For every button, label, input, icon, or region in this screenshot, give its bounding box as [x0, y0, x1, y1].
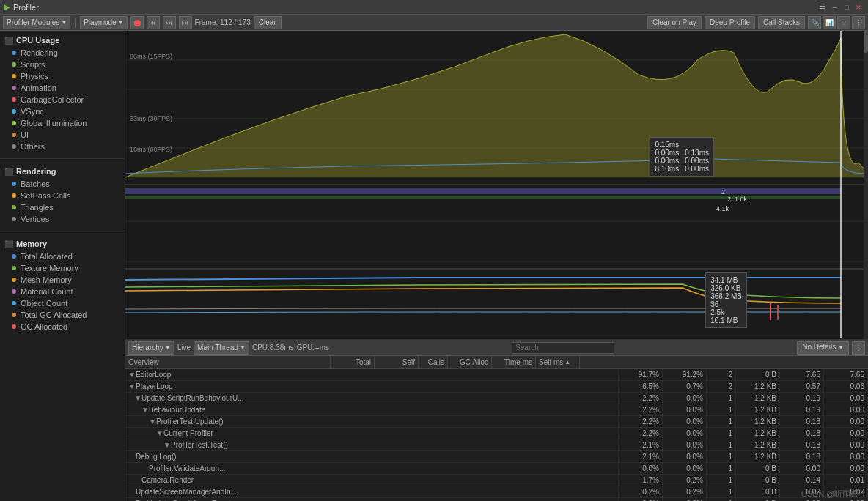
- sidebar-item-vsync[interactable]: VSync: [0, 105, 125, 117]
- chart-scrollbar[interactable]: [864, 31, 868, 339]
- sidebar-item-gc-allocated[interactable]: GC Allocated: [0, 321, 125, 333]
- clear-on-play-button[interactable]: Clear on Play: [647, 16, 702, 29]
- close-btn[interactable]: ✕: [853, 2, 864, 12]
- sidebar-item-rendering[interactable]: Rendering: [0, 47, 125, 59]
- table-row[interactable]: PreUpdate.SendMouseEvent... 0.3% 0.3% 1 …: [125, 498, 868, 501]
- restore-btn[interactable]: □: [842, 2, 852, 12]
- sidebar-item-garbagecollector[interactable]: GarbageCollector: [0, 94, 125, 105]
- cell-total: 91.7%: [619, 369, 663, 380]
- table-row[interactable]: Profiler.ValidateArgun... 0.0% 0.0% 1 0 …: [125, 463, 868, 475]
- sidebar-item-animation[interactable]: Animation: [0, 82, 125, 94]
- stats-icon[interactable]: 📊: [823, 16, 836, 29]
- sidebar-item-batches[interactable]: Batches: [0, 178, 125, 190]
- cell-self-ms: 0.00: [824, 416, 868, 427]
- cell-gc: 0 B: [736, 369, 780, 380]
- last-frame-button[interactable]: ⏭: [179, 16, 192, 29]
- cell-name: ▼Update.ScriptRunBehaviourU...: [125, 393, 619, 404]
- cell-self-ms: 0.00: [824, 451, 868, 462]
- expand-arrow[interactable]: ▼: [128, 382, 136, 390]
- cell-gc: 1.2 KB: [736, 416, 780, 427]
- table-row[interactable]: ▼Update.ScriptRunBehaviourU... 2.2% 0.0%…: [125, 393, 868, 404]
- table-row[interactable]: Camera.Render 1.7% 0.2% 1 0 B 0.14 0.01: [125, 475, 868, 486]
- no-details-dropdown[interactable]: No Details ▼: [797, 341, 849, 355]
- table-row[interactable]: ▼ProfilerTest.Test() 2.1% 0.0% 1 1.2 KB …: [125, 439, 868, 451]
- cpu-icon: ⬛: [4, 37, 13, 45]
- cell-time: 0.18: [780, 416, 824, 427]
- rendering-header[interactable]: ⬛ Rendering: [0, 165, 125, 178]
- playmode-dropdown[interactable]: Playmode ▼: [80, 16, 127, 29]
- help-icon[interactable]: ?: [837, 16, 850, 29]
- sidebar-item-object-count[interactable]: Object Count: [0, 297, 125, 309]
- thread-dropdown[interactable]: Main Thread ▼: [194, 341, 249, 355]
- sidebar-item-others[interactable]: Others: [0, 141, 125, 152]
- table-row[interactable]: ▼EditorLoop 91.7% 91.2% 2 0 B 7.65 7.65: [125, 369, 868, 381]
- memory-items: Total AllocatedTexture MemoryMesh Memory…: [0, 250, 125, 333]
- clear-button[interactable]: Clear: [254, 16, 282, 29]
- menu-icon[interactable]: ☰: [819, 2, 825, 12]
- bottom-toolbar: Hierarchy ▼ Live Main Thread ▼ CPU:8.38m…: [125, 340, 868, 356]
- cell-gc: 1.2 KB: [736, 428, 780, 439]
- attach-icon[interactable]: 📎: [808, 16, 821, 29]
- profiler-modules-dropdown[interactable]: Profiler Modules ▼: [3, 16, 70, 29]
- col-self[interactable]: Self: [375, 356, 419, 368]
- expand-arrow[interactable]: ▼: [128, 371, 136, 379]
- dot-icon: [12, 254, 16, 259]
- chart-scrollbar-thumb[interactable]: [864, 31, 868, 53]
- memory-header[interactable]: ⬛ Memory: [0, 237, 125, 250]
- sidebar-item-setpass-calls[interactable]: SetPass Calls: [0, 190, 125, 201]
- dot-icon: [12, 97, 16, 102]
- cpu-header[interactable]: ⬛ CPU Usage: [0, 34, 125, 47]
- sidebar-item-total-allocated[interactable]: Total Allocated: [0, 250, 125, 262]
- cell-calls: 1: [707, 498, 736, 501]
- col-overview[interactable]: Overview: [125, 356, 331, 368]
- sidebar-item-total-gc-allocated[interactable]: Total GC Allocated: [0, 309, 125, 321]
- cell-total: 2.2%: [619, 428, 663, 439]
- col-gc-alloc[interactable]: GC Alloc: [448, 356, 492, 368]
- deep-profile-button[interactable]: Deep Profile: [705, 16, 755, 29]
- expand-arrow[interactable]: ▼: [141, 406, 149, 414]
- table-row[interactable]: Debug.Log() 2.1% 0.0% 1 1.2 KB 0.18 0.00: [125, 451, 868, 463]
- table-row[interactable]: ▼PlayerLoop 6.5% 0.7% 2 1.2 KB 0.57 0.06: [125, 381, 868, 393]
- rendering-label-4-1k: 4.1k: [716, 205, 729, 212]
- table-row[interactable]: UpdateScreenManagerAndIn... 0.2% 0.2% 1 …: [125, 486, 868, 498]
- col-calls[interactable]: Calls: [419, 356, 448, 368]
- sidebar-item-scripts[interactable]: Scripts: [0, 59, 125, 70]
- expand-arrow[interactable]: ▼: [149, 417, 156, 426]
- hierarchy-dropdown[interactable]: Hierarchy ▼: [128, 341, 174, 355]
- record-button[interactable]: ⏺: [130, 16, 144, 29]
- sidebar-item-texture-memory[interactable]: Texture Memory: [0, 262, 125, 274]
- expand-arrow[interactable]: ▼: [134, 394, 141, 402]
- sidebar-item-vertices[interactable]: Vertices: [0, 213, 125, 225]
- col-self-ms[interactable]: Self ms ▲: [536, 356, 580, 368]
- titlebar-title: Profiler: [13, 3, 819, 12]
- step-back-button[interactable]: ⏮: [147, 16, 160, 29]
- cell-name: UpdateScreenManagerAndIn...: [125, 486, 619, 497]
- cell-self: 0.3%: [663, 498, 707, 501]
- sidebar-item-physics[interactable]: Physics: [0, 70, 125, 82]
- cell-calls: 2: [707, 381, 736, 392]
- table-row[interactable]: ▼Current Profiler 2.2% 0.0% 1 1.2 KB 0.1…: [125, 428, 868, 439]
- cell-total: 0.0%: [619, 463, 663, 474]
- cell-name: ▼PlayerLoop: [125, 381, 619, 392]
- cell-time: 7.65: [780, 369, 824, 380]
- col-total[interactable]: Total: [331, 356, 375, 368]
- more-options-icon[interactable]: ⋮: [852, 341, 865, 355]
- sidebar-item-global-illumination[interactable]: Global Illumination: [0, 117, 125, 129]
- table-row[interactable]: ▼BehaviourUpdate 2.2% 0.0% 1 1.2 KB 0.19…: [125, 404, 868, 416]
- table-row[interactable]: ▼ProfilerTest.Update() 2.2% 0.0% 1 1.2 K…: [125, 416, 868, 428]
- col-time-ms[interactable]: Time ms: [492, 356, 536, 368]
- call-stacks-button[interactable]: Call Stacks: [758, 16, 805, 29]
- dot-icon: [12, 121, 16, 125]
- rendering-items: BatchesSetPass CallsTrianglesVertices: [0, 178, 125, 225]
- search-input[interactable]: [512, 342, 614, 354]
- sidebar-item-mesh-memory[interactable]: Mesh Memory: [0, 274, 125, 286]
- expand-arrow[interactable]: ▼: [163, 441, 171, 449]
- step-forward-button[interactable]: ⏭: [163, 16, 176, 29]
- minimize-btn[interactable]: ─: [830, 2, 840, 12]
- chart-area[interactable]: 66ms (15FPS) 33ms (30FPS) 16ms (60FPS) 0…: [125, 31, 868, 340]
- more-icon[interactable]: ⋮: [852, 16, 865, 29]
- sidebar-item-ui[interactable]: UI: [0, 129, 125, 141]
- sidebar-item-material-count[interactable]: Material Count: [0, 286, 125, 297]
- expand-arrow[interactable]: ▼: [156, 429, 163, 437]
- sidebar-item-triangles[interactable]: Triangles: [0, 201, 125, 213]
